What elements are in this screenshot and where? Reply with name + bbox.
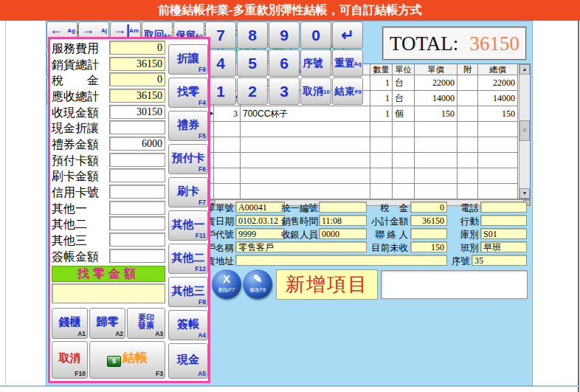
sales-total-field[interactable]: 36150 xyxy=(109,57,165,71)
prepaid-card-button[interactable]: 預付卡F6 xyxy=(168,144,208,174)
scrollbar-thumb[interactable]: ≡ xyxy=(519,120,530,141)
sale-time-field[interactable]: 11:08 xyxy=(319,215,367,226)
cashier-field[interactable]: 0000 xyxy=(319,228,367,239)
charge-amount-field[interactable] xyxy=(109,249,165,263)
card-amount-field[interactable] xyxy=(109,168,165,182)
voucher-amount-field[interactable]: 6000 xyxy=(109,137,165,151)
cash-drawer-button[interactable]: 錢櫃 A1 xyxy=(52,308,88,339)
item-entry-input[interactable] xyxy=(381,270,528,299)
cancel-button[interactable]: 取消 F10 xyxy=(52,341,88,379)
digit-label: 5 xyxy=(238,55,267,72)
other3-button[interactable]: 其他三F8 xyxy=(168,277,208,307)
payment-label: 預付卡額 xyxy=(52,154,99,169)
cashier-label: 收銀人員 xyxy=(278,229,318,241)
checkout-button[interactable]: $結帳 F3 xyxy=(89,341,165,379)
charge-button[interactable]: 簽帳A4 xyxy=(168,310,208,340)
clear-button[interactable]: 歸零 A2 xyxy=(89,308,125,339)
other2-field[interactable] xyxy=(109,216,165,230)
delivery-address-field[interactable] xyxy=(235,255,447,266)
shortcut-label: F7 xyxy=(198,199,206,206)
payment-label: 其他一 xyxy=(52,202,87,217)
cell-name: 700CC杯子 xyxy=(241,106,370,122)
payment-label: 刷卡金額 xyxy=(52,169,99,185)
table-empty-row xyxy=(209,137,530,153)
col-header-unit[interactable]: 單位 xyxy=(393,64,415,75)
keypad-sequence-button[interactable]: 序號 xyxy=(300,49,331,77)
other3-field[interactable] xyxy=(109,233,165,247)
prepaid-card-field[interactable] xyxy=(109,153,165,167)
button-label: 其他三 xyxy=(169,283,207,298)
tax-field[interactable]: 0 xyxy=(410,202,447,213)
other1-field[interactable] xyxy=(109,201,165,215)
keypad-reset-button[interactable]: 重置 Aq xyxy=(332,49,363,77)
scroll-up-icon[interactable]: ▲ xyxy=(519,64,530,75)
scroll-down-icon[interactable]: ▼ xyxy=(519,188,530,199)
cash-icon: $ xyxy=(107,356,121,367)
tax-amount-field[interactable]: 0 xyxy=(109,72,165,86)
delete-item-button[interactable]: X 刪除F7 xyxy=(212,269,241,299)
keypad-digit-8[interactable]: 8 xyxy=(237,21,268,49)
keypad-cancel-button[interactable]: 取消 F10 xyxy=(300,78,331,105)
col-header-qty[interactable]: 數量 xyxy=(370,64,393,75)
cell-tax xyxy=(458,106,478,122)
credit-card-button[interactable]: 刷卡F7 xyxy=(168,177,208,207)
keypad-digit-0[interactable]: 0 xyxy=(300,21,331,49)
credit-card-no-field[interactable] xyxy=(109,185,165,199)
voucher-button[interactable]: 禮券F5 xyxy=(168,111,208,141)
col-header-total[interactable]: 總價 xyxy=(478,64,518,75)
edit-item-button[interactable]: ✎ 修改F8 xyxy=(243,269,272,299)
unpaid-label: 目前未收 xyxy=(371,242,408,255)
cash-received-field[interactable]: 30150 xyxy=(109,105,165,119)
mobile-field[interactable] xyxy=(480,215,527,226)
bill-no-field[interactable]: A00041 xyxy=(235,202,285,213)
cell-qty: 1 xyxy=(370,75,393,91)
keypad-digit-9[interactable]: 9 xyxy=(269,21,300,49)
delete-label: 刪除 xyxy=(218,287,229,292)
arrow-left-icon: ← xyxy=(49,23,63,36)
col-header-price[interactable]: 單價 xyxy=(415,64,458,75)
customer-code-field[interactable]: 9999 xyxy=(235,228,285,239)
print-invoice-button[interactable]: 要印 發票 A3 xyxy=(127,308,165,339)
keypad-digit-6[interactable]: 6 xyxy=(269,49,300,77)
unpaid-field[interactable]: 150 xyxy=(410,241,447,252)
keypad-digit-2[interactable]: 2 xyxy=(237,78,268,105)
cash-pay-button[interactable]: 現金A5 xyxy=(168,343,208,379)
table-empty-row xyxy=(209,153,530,168)
sequence-field[interactable]: 35 xyxy=(472,255,527,266)
payment-label: 信用卡號 xyxy=(52,185,99,201)
contact-field[interactable] xyxy=(410,228,447,239)
customer-name-field[interactable]: 零售客戶 xyxy=(235,241,367,252)
cell-no: 3 xyxy=(214,106,241,122)
other2-button[interactable]: 其他二F12 xyxy=(168,244,208,274)
table-row-selected[interactable]: ► 3 700CC杯子 1 個 150 150 xyxy=(209,106,530,122)
cash-discount-field[interactable] xyxy=(109,120,165,134)
keypad-digit-3[interactable]: 3 xyxy=(269,78,300,105)
title-banner: 前檯結帳作業-多重款別彈性結帳，可自訂結帳方式 xyxy=(0,0,580,21)
shortcut-label: Aq xyxy=(353,61,362,67)
col-header-tax[interactable]: 附 xyxy=(458,64,478,75)
shift-label: 班別 xyxy=(457,242,479,255)
receivable-total-field[interactable]: 36150 xyxy=(109,89,165,103)
subtotal-field[interactable]: 36150 xyxy=(410,215,447,226)
digit-label: 7 xyxy=(206,27,235,44)
sale-time-label: 銷售時間 xyxy=(278,216,318,228)
digit-label: 0 xyxy=(301,27,331,44)
keypad-end-button[interactable]: 結束 F9 xyxy=(332,78,363,105)
warehouse-field[interactable]: S01 xyxy=(480,228,527,239)
change-button[interactable]: 找零F4 xyxy=(168,78,208,108)
sale-date-field[interactable]: 0102.03.12 xyxy=(235,215,285,226)
discount-button[interactable]: 折讓F9 xyxy=(168,44,208,75)
other1-button[interactable]: 其他一F11 xyxy=(168,210,208,241)
phone-field[interactable] xyxy=(480,202,527,213)
cell-total: 150 xyxy=(478,106,518,122)
digit-label: 8 xyxy=(238,27,267,44)
shift-field[interactable]: 早班 xyxy=(480,241,527,252)
keypad-digit-5[interactable]: 5 xyxy=(237,49,268,77)
shortcut-label: F6 xyxy=(198,165,206,173)
keypad-enter-button[interactable]: ↵ xyxy=(332,21,363,49)
service-fee-field[interactable]: 0 xyxy=(109,41,165,55)
vertical-scrollbar[interactable]: ▲ ≡ ▼ xyxy=(519,64,530,199)
tax-label: 稅 金 xyxy=(371,202,408,215)
button-label: 取消 xyxy=(52,351,87,365)
tax-id-field[interactable] xyxy=(319,202,367,213)
